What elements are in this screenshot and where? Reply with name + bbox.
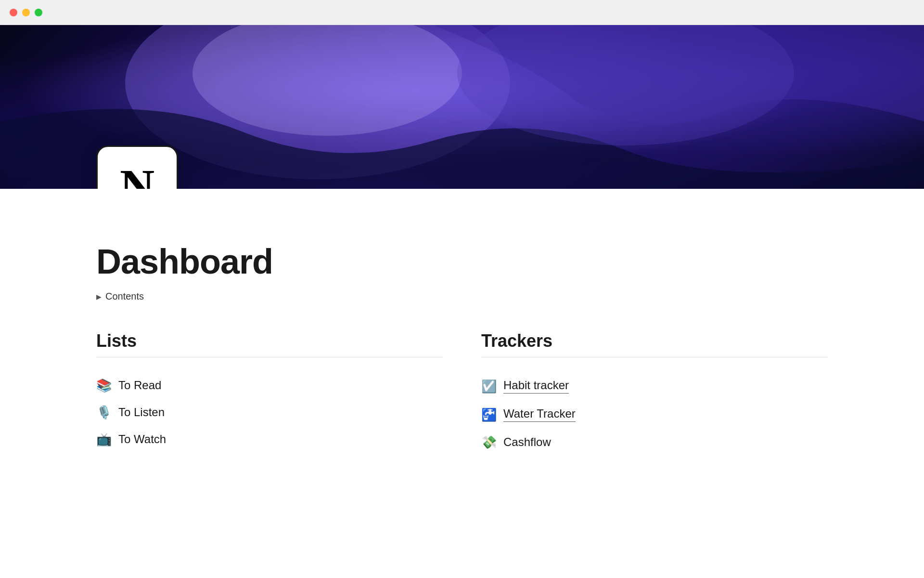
to-listen-label: To Listen [118,406,165,419]
list-item-to-listen[interactable]: 🎙️ To Listen [96,399,443,426]
to-listen-icon: 🎙️ [96,406,112,419]
list-item-cashflow[interactable]: 💸 Cashflow [481,429,828,456]
close-button[interactable] [10,9,17,16]
lists-column: Lists 📚 To Read 🎙️ To Listen 📺 To Watch [96,331,443,456]
to-read-label: To Read [118,379,161,392]
svg-point-2 [457,25,794,145]
list-item-water-tracker[interactable]: 🚰 Water Tracker [481,400,828,429]
trackers-divider [481,357,828,357]
list-item-to-read[interactable]: 📚 To Read [96,372,443,399]
traffic-lights [10,9,42,16]
toggle-arrow-icon: ▶ [96,293,102,301]
list-item-to-watch[interactable]: 📺 To Watch [96,426,443,453]
water-tracker-icon: 🚰 [481,408,497,421]
habit-tracker-label: Habit tracker [503,379,569,394]
trackers-header: Trackers [481,331,828,351]
lists-divider [96,357,443,357]
window-chrome [0,0,924,25]
list-item-habit-tracker[interactable]: ☑️ Habit tracker [481,372,828,400]
main-content: Dashboard ▶ Contents Lists 📚 To Read 🎙️ … [0,189,924,578]
notion-logo-container: N [96,145,178,189]
notion-logo-letter: N [120,162,154,189]
habit-tracker-icon: ☑️ [481,380,497,393]
minimize-button[interactable] [22,9,30,16]
lists-header: Lists [96,331,443,351]
page-title: Dashboard [96,242,828,281]
maximize-button[interactable] [35,9,42,16]
cashflow-icon: 💸 [481,436,497,448]
cashflow-label: Cashflow [503,435,551,449]
contents-toggle[interactable]: ▶ Contents [96,291,828,302]
contents-label: Contents [105,291,144,302]
trackers-column: Trackers ☑️ Habit tracker 🚰 Water Tracke… [481,331,828,456]
hero-banner: N [0,25,924,189]
columns-layout: Lists 📚 To Read 🎙️ To Listen 📺 To Watch … [96,331,828,456]
to-watch-icon: 📺 [96,433,112,446]
to-read-icon: 📚 [96,379,112,392]
to-watch-label: To Watch [118,433,166,446]
notion-logo: N [96,145,178,189]
water-tracker-label: Water Tracker [503,407,576,422]
